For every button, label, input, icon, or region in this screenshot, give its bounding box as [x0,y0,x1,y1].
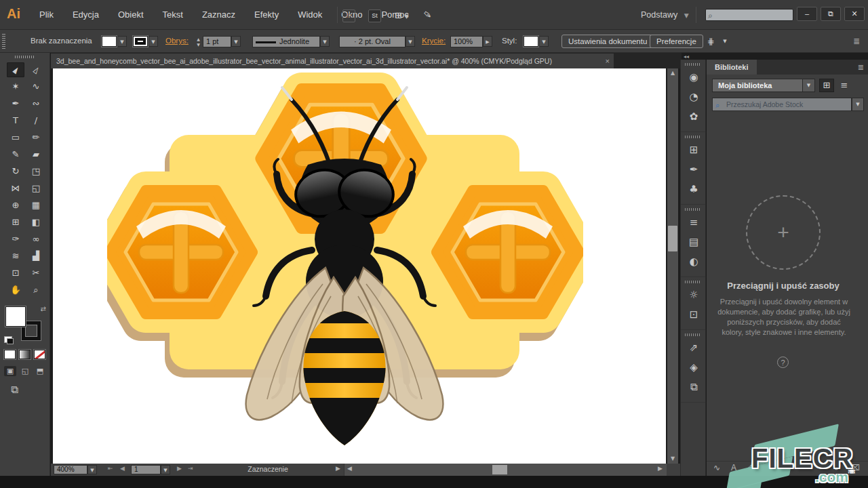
tool-line-segment[interactable]: / [27,113,45,128]
library-select[interactable]: Moja biblioteka ▼ [712,79,815,92]
horizontal-scrollbar[interactable]: ◀ ▶ [344,464,667,476]
draw-normal-icon[interactable]: ▣ [4,366,16,376]
brush-definition-field[interactable]: · 2 pt. Oval [339,36,406,47]
collapse-panels-icon[interactable]: ◂◂ [684,54,689,60]
last-artboard-button[interactable]: ⇥ [188,465,193,472]
screen-mode-icon[interactable]: ⧉ [11,384,18,396]
stock-search-input[interactable]: ⌕ Przeszukaj Adobe Stock [712,98,852,111]
stroke-weight-stepper[interactable]: ▲▼ [195,36,201,47]
panel-gripper[interactable] [685,136,701,138]
menu-efekty[interactable]: Efekty [245,0,288,30]
first-artboard-button[interactable]: ⇤ [108,465,113,472]
window-restore-button[interactable]: ⧉ [821,7,841,21]
zoom-level-field[interactable]: 400% [54,465,87,474]
bridge-button[interactable]: Br [342,9,355,22]
horizontal-scrollbar-thumb[interactable] [492,465,507,474]
add-character-style-icon[interactable]: A [731,463,736,472]
artboard-number-field[interactable]: 1 [131,465,161,474]
tool-hand[interactable]: ✋ [7,283,24,298]
menu-plik[interactable]: Plik [30,0,63,30]
document-setup-button[interactable]: Ustawienia dokumentu [561,35,654,48]
panel-icon-recolor-artwork[interactable]: ✿ [681,108,707,127]
gradient-button[interactable] [19,350,31,359]
panel-icon-gradient[interactable]: ▤ [681,233,707,253]
panel-icon-stroke[interactable]: ≡ [681,214,707,233]
tool-shape-builder[interactable]: ⊕ [7,198,24,213]
panel-menu-icon[interactable]: ≣ [853,37,860,46]
add-graphic-icon[interactable]: ∿ [713,463,720,472]
panel-icon-appearance[interactable]: ☼ [681,286,707,306]
brush-dropdown[interactable]: ▼ [406,36,415,47]
tool-direct-selection[interactable]: ▻ [27,62,45,77]
style-dropdown[interactable]: ▼ [539,36,549,47]
tool-type[interactable]: T [7,113,24,128]
panel-icon-graphic-styles[interactable]: ⊡ [681,306,707,325]
tool-rectangle[interactable]: ▭ [7,130,24,145]
scroll-down-icon[interactable]: ▼ [667,454,678,464]
zoom-dropdown[interactable]: ▼ [87,465,97,474]
menu-obiekt[interactable]: Obiekt [108,0,153,30]
panel-icon-brushes[interactable]: ✒ [681,161,707,180]
feather-icon[interactable]: ✑ [420,7,435,22]
stroke-dropdown[interactable]: ▼ [149,36,158,47]
fill-proxy-swatch[interactable] [5,306,26,327]
menu-tekst[interactable]: Tekst [153,0,193,30]
tool-gradient[interactable]: ◧ [27,215,45,230]
draw-inside-icon[interactable]: ⬒ [34,366,46,376]
artboard-dropdown[interactable]: ▼ [161,465,170,474]
tool-free-transform[interactable]: ◱ [27,181,45,196]
tool-eyedropper[interactable]: ✑ [7,232,24,247]
fill-dropdown[interactable]: ▼ [117,36,127,47]
arrange-documents-button[interactable]: ⊞ ▼ [395,10,409,20]
panel-icon-symbols[interactable]: ♣ [681,180,707,200]
previous-artboard-button[interactable]: ◀ [120,465,125,472]
tool-scale[interactable]: ◳ [27,164,45,179]
panel-icon-asset-export[interactable]: ⇗ [681,339,707,359]
stroke-type-field[interactable]: Jednolite [252,36,320,47]
tab-close-icon[interactable]: × [606,54,610,68]
fill-color-swatch[interactable] [102,36,117,47]
tool-pen[interactable]: ✒ [7,96,24,111]
tool-column-graph[interactable]: ▟ [27,249,45,264]
swap-fill-stroke-icon[interactable]: ⇄ [41,305,46,312]
window-close-button[interactable]: ✕ [844,7,865,21]
opacity-expander[interactable]: ▶ [483,36,492,47]
stroke-panel-link[interactable]: Obrys: [165,37,189,45]
tool-symbol-sprayer[interactable]: ≋ [7,249,24,264]
tool-selection[interactable]: ► [7,62,24,77]
status-expander-icon[interactable]: ▶ [336,465,340,472]
style-swatch[interactable] [524,36,538,47]
tool-paintbrush[interactable]: ✏ [27,130,45,145]
scroll-up-icon[interactable]: ▲ [667,68,678,78]
next-artboard-button[interactable]: ▶ [177,465,182,472]
tool-curvature[interactable]: ∾ [27,96,45,111]
menu-widok[interactable]: Widok [288,0,332,30]
tool-blend[interactable]: ∞ [27,232,45,247]
panel-gripper[interactable] [2,34,5,49]
tool-slice[interactable]: ✂ [27,266,45,281]
tool-zoom[interactable]: ⌕ [27,283,45,298]
tool-lasso[interactable]: ∿ [27,79,45,94]
scroll-left-icon[interactable]: ◀ [347,465,352,472]
panel-gripper[interactable] [15,56,35,58]
menu-zaznacz[interactable]: Zaznacz [193,0,245,30]
grid-view-button[interactable]: ⊞ [819,79,834,92]
search-scope-dropdown[interactable]: ▼ [852,98,864,111]
workspace-switcher[interactable]: Podstawy ▼ [641,0,689,30]
panel-gripper[interactable] [685,281,701,283]
add-color-icon[interactable]: ✐ [747,463,754,472]
opacity-field[interactable]: 100% [450,36,483,47]
tool-width[interactable]: ⋈ [7,181,24,196]
list-view-button[interactable]: ≡ [837,79,852,92]
panel-icon-layers[interactable]: ◈ [681,359,707,378]
vertical-scrollbar-thumb[interactable] [668,226,677,251]
align-dropdown[interactable]: ▼ [720,36,730,47]
tab-biblioteki[interactable]: Biblioteki [707,60,757,75]
panel-icon-artboards[interactable]: ⧉ [681,378,707,398]
document-tab[interactable]: 3d_bee_and_honeycomb_vector_bee_ai_adobe… [51,54,614,68]
stroke-weight-dropdown[interactable]: ▼ [231,36,241,47]
drop-zone-circle[interactable]: + [746,195,821,270]
menu-edycja[interactable]: Edycja [63,0,108,30]
tool-shaper[interactable]: ✎ [7,147,24,162]
default-fill-stroke-icon[interactable] [4,336,12,343]
